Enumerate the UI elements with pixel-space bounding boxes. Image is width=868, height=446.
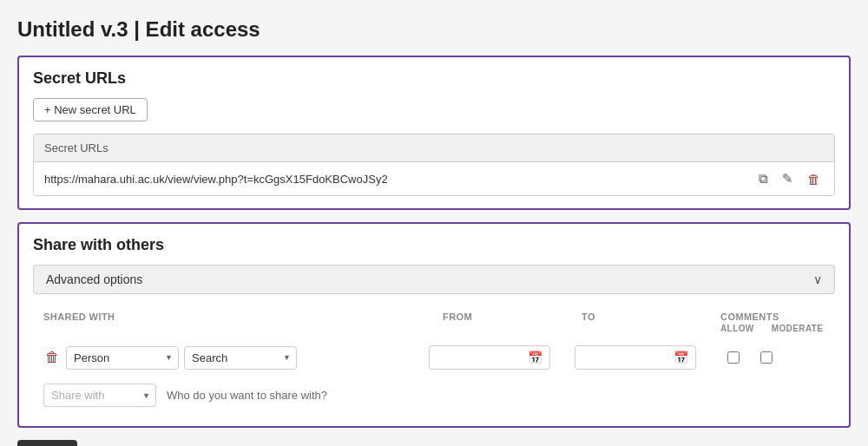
- to-date-field[interactable]: 📅: [575, 345, 696, 370]
- to-col-header: TO: [582, 312, 720, 333]
- advanced-options-bar[interactable]: Advanced options ∨: [33, 265, 835, 294]
- copy-url-button[interactable]: ⧉: [755, 169, 772, 188]
- moderate-comments-checkbox[interactable]: [760, 351, 773, 364]
- secret-url-row: https://mahara.uhi.ac.uk/view/view.php?t…: [34, 162, 834, 195]
- share-with-others-heading: Share with others: [33, 236, 835, 254]
- search-select-wrapper: Search: [184, 346, 297, 370]
- chevron-down-icon: ∨: [813, 272, 822, 286]
- to-calendar-icon: 📅: [674, 351, 688, 364]
- share-row-left: 🗑 Person Everyone Friends Group Search: [43, 346, 422, 370]
- delete-url-button[interactable]: 🗑: [804, 170, 824, 188]
- comments-col-header: COMMENTS ALLOW MODERATE: [720, 312, 825, 333]
- allow-comments-checkbox[interactable]: [727, 351, 740, 364]
- shared-with-col-header: SHARED WITH: [43, 312, 443, 333]
- allow-sub-header: ALLOW: [720, 324, 754, 333]
- from-col-header: FROM: [443, 312, 582, 333]
- delete-share-row-button[interactable]: 🗑: [43, 348, 61, 367]
- save-button[interactable]: Save: [17, 440, 77, 446]
- share-row: 🗑 Person Everyone Friends Group Search 📅: [33, 338, 835, 377]
- new-secret-url-button[interactable]: + New secret URL: [33, 98, 148, 121]
- url-actions: ⧉ ✎ 🗑: [755, 169, 824, 188]
- secret-url-text: https://mahara.uhi.ac.uk/view/view.php?t…: [44, 173, 388, 186]
- search-select[interactable]: Search: [184, 346, 297, 370]
- advanced-options-label: Advanced options: [46, 272, 142, 286]
- share-with-select[interactable]: Share with Everyone Friends Group Person: [43, 384, 156, 407]
- comments-sub-headers: ALLOW MODERATE: [720, 324, 823, 333]
- from-calendar-icon: 📅: [528, 351, 542, 364]
- person-select[interactable]: Person Everyone Friends Group: [66, 346, 179, 370]
- footer-actions: Save Cancel: [17, 440, 851, 446]
- secret-urls-table: Secret URLs https://mahara.uhi.ac.uk/vie…: [33, 134, 835, 196]
- from-date-field[interactable]: 📅: [429, 345, 550, 370]
- share-with-row: Share with Everyone Friends Group Person…: [33, 377, 835, 414]
- share-with-others-section: Share with others Advanced options ∨ SHA…: [17, 222, 851, 428]
- share-hint-text: Who do you want to share with?: [167, 389, 327, 402]
- moderate-sub-header: MODERATE: [772, 324, 824, 333]
- secret-urls-section: Secret URLs + New secret URL Secret URLs…: [17, 56, 851, 210]
- edit-url-button[interactable]: ✎: [779, 169, 797, 188]
- page-title: Untitled v.3 | Edit access: [17, 17, 851, 42]
- share-table-header: SHARED WITH FROM TO COMMENTS ALLOW MODER…: [33, 306, 835, 338]
- secret-urls-table-header: Secret URLs: [34, 134, 834, 162]
- person-select-wrapper: Person Everyone Friends Group: [66, 346, 179, 370]
- secret-urls-heading: Secret URLs: [33, 69, 835, 88]
- share-with-select-wrapper: Share with Everyone Friends Group Person: [43, 384, 156, 407]
- comments-checkboxes: [720, 351, 825, 364]
